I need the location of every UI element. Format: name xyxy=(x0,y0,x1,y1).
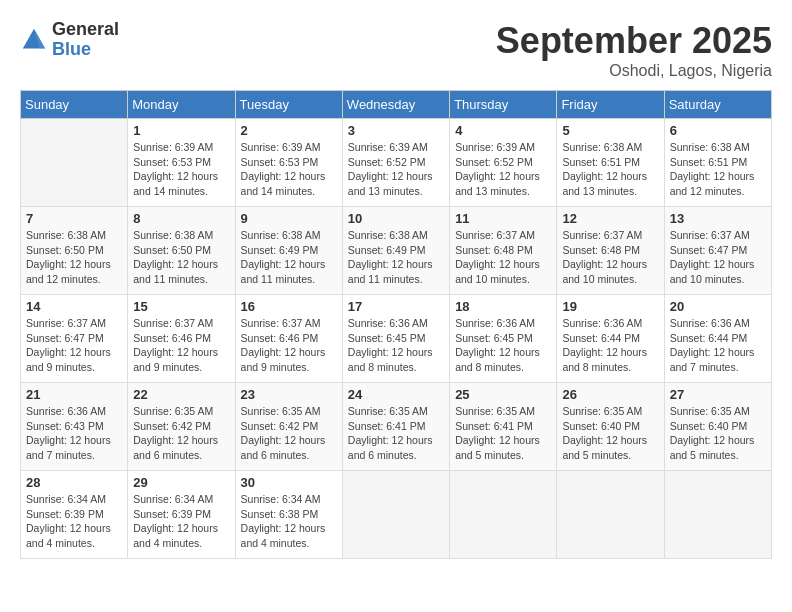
day-info: Sunrise: 6:35 AMSunset: 6:41 PMDaylight:… xyxy=(348,404,444,463)
calendar-cell: 5Sunrise: 6:38 AMSunset: 6:51 PMDaylight… xyxy=(557,119,664,207)
day-number: 3 xyxy=(348,123,444,138)
day-info: Sunrise: 6:37 AMSunset: 6:46 PMDaylight:… xyxy=(241,316,337,375)
day-info: Sunrise: 6:36 AMSunset: 6:44 PMDaylight:… xyxy=(670,316,766,375)
calendar-cell: 30Sunrise: 6:34 AMSunset: 6:38 PMDayligh… xyxy=(235,471,342,559)
calendar-week-row: 1Sunrise: 6:39 AMSunset: 6:53 PMDaylight… xyxy=(21,119,772,207)
day-number: 10 xyxy=(348,211,444,226)
day-number: 28 xyxy=(26,475,122,490)
calendar-cell: 29Sunrise: 6:34 AMSunset: 6:39 PMDayligh… xyxy=(128,471,235,559)
day-info: Sunrise: 6:38 AMSunset: 6:51 PMDaylight:… xyxy=(670,140,766,199)
day-info: Sunrise: 6:35 AMSunset: 6:40 PMDaylight:… xyxy=(562,404,658,463)
calendar-cell xyxy=(557,471,664,559)
calendar-cell: 3Sunrise: 6:39 AMSunset: 6:52 PMDaylight… xyxy=(342,119,449,207)
day-info: Sunrise: 6:38 AMSunset: 6:50 PMDaylight:… xyxy=(26,228,122,287)
calendar-cell: 4Sunrise: 6:39 AMSunset: 6:52 PMDaylight… xyxy=(450,119,557,207)
page-header: General Blue September 2025 Oshodi, Lago… xyxy=(20,20,772,80)
day-of-week-header: Saturday xyxy=(664,91,771,119)
day-of-week-header: Thursday xyxy=(450,91,557,119)
day-info: Sunrise: 6:37 AMSunset: 6:46 PMDaylight:… xyxy=(133,316,229,375)
calendar-week-row: 21Sunrise: 6:36 AMSunset: 6:43 PMDayligh… xyxy=(21,383,772,471)
calendar-cell: 10Sunrise: 6:38 AMSunset: 6:49 PMDayligh… xyxy=(342,207,449,295)
calendar-cell: 17Sunrise: 6:36 AMSunset: 6:45 PMDayligh… xyxy=(342,295,449,383)
day-number: 23 xyxy=(241,387,337,402)
day-number: 27 xyxy=(670,387,766,402)
logo-text: General Blue xyxy=(52,20,119,60)
calendar-cell: 9Sunrise: 6:38 AMSunset: 6:49 PMDaylight… xyxy=(235,207,342,295)
calendar-cell: 13Sunrise: 6:37 AMSunset: 6:47 PMDayligh… xyxy=(664,207,771,295)
day-info: Sunrise: 6:37 AMSunset: 6:47 PMDaylight:… xyxy=(670,228,766,287)
day-info: Sunrise: 6:37 AMSunset: 6:48 PMDaylight:… xyxy=(455,228,551,287)
day-number: 29 xyxy=(133,475,229,490)
day-of-week-header: Tuesday xyxy=(235,91,342,119)
calendar-cell: 27Sunrise: 6:35 AMSunset: 6:40 PMDayligh… xyxy=(664,383,771,471)
calendar-cell: 20Sunrise: 6:36 AMSunset: 6:44 PMDayligh… xyxy=(664,295,771,383)
day-info: Sunrise: 6:38 AMSunset: 6:49 PMDaylight:… xyxy=(241,228,337,287)
day-number: 12 xyxy=(562,211,658,226)
day-info: Sunrise: 6:39 AMSunset: 6:52 PMDaylight:… xyxy=(455,140,551,199)
calendar-cell: 12Sunrise: 6:37 AMSunset: 6:48 PMDayligh… xyxy=(557,207,664,295)
day-of-week-header: Friday xyxy=(557,91,664,119)
day-info: Sunrise: 6:34 AMSunset: 6:39 PMDaylight:… xyxy=(133,492,229,551)
day-number: 6 xyxy=(670,123,766,138)
day-info: Sunrise: 6:36 AMSunset: 6:43 PMDaylight:… xyxy=(26,404,122,463)
day-info: Sunrise: 6:34 AMSunset: 6:38 PMDaylight:… xyxy=(241,492,337,551)
day-number: 18 xyxy=(455,299,551,314)
day-of-week-header: Wednesday xyxy=(342,91,449,119)
day-number: 11 xyxy=(455,211,551,226)
day-number: 14 xyxy=(26,299,122,314)
month-title: September 2025 xyxy=(496,20,772,62)
day-number: 20 xyxy=(670,299,766,314)
calendar-header: SundayMondayTuesdayWednesdayThursdayFrid… xyxy=(21,91,772,119)
day-info: Sunrise: 6:39 AMSunset: 6:53 PMDaylight:… xyxy=(133,140,229,199)
title-block: September 2025 Oshodi, Lagos, Nigeria xyxy=(496,20,772,80)
day-info: Sunrise: 6:36 AMSunset: 6:45 PMDaylight:… xyxy=(348,316,444,375)
day-info: Sunrise: 6:35 AMSunset: 6:42 PMDaylight:… xyxy=(133,404,229,463)
calendar-cell: 16Sunrise: 6:37 AMSunset: 6:46 PMDayligh… xyxy=(235,295,342,383)
calendar-body: 1Sunrise: 6:39 AMSunset: 6:53 PMDaylight… xyxy=(21,119,772,559)
calendar-cell xyxy=(21,119,128,207)
location: Oshodi, Lagos, Nigeria xyxy=(496,62,772,80)
calendar-cell: 18Sunrise: 6:36 AMSunset: 6:45 PMDayligh… xyxy=(450,295,557,383)
logo-general-text: General xyxy=(52,20,119,40)
day-info: Sunrise: 6:35 AMSunset: 6:40 PMDaylight:… xyxy=(670,404,766,463)
calendar-cell: 7Sunrise: 6:38 AMSunset: 6:50 PMDaylight… xyxy=(21,207,128,295)
calendar-cell: 6Sunrise: 6:38 AMSunset: 6:51 PMDaylight… xyxy=(664,119,771,207)
day-number: 15 xyxy=(133,299,229,314)
day-number: 21 xyxy=(26,387,122,402)
day-number: 16 xyxy=(241,299,337,314)
day-info: Sunrise: 6:38 AMSunset: 6:50 PMDaylight:… xyxy=(133,228,229,287)
calendar-cell: 23Sunrise: 6:35 AMSunset: 6:42 PMDayligh… xyxy=(235,383,342,471)
day-number: 24 xyxy=(348,387,444,402)
day-number: 1 xyxy=(133,123,229,138)
day-info: Sunrise: 6:34 AMSunset: 6:39 PMDaylight:… xyxy=(26,492,122,551)
day-info: Sunrise: 6:39 AMSunset: 6:52 PMDaylight:… xyxy=(348,140,444,199)
day-of-week-header: Sunday xyxy=(21,91,128,119)
day-info: Sunrise: 6:36 AMSunset: 6:45 PMDaylight:… xyxy=(455,316,551,375)
day-number: 8 xyxy=(133,211,229,226)
day-number: 25 xyxy=(455,387,551,402)
calendar-week-row: 7Sunrise: 6:38 AMSunset: 6:50 PMDaylight… xyxy=(21,207,772,295)
day-info: Sunrise: 6:35 AMSunset: 6:42 PMDaylight:… xyxy=(241,404,337,463)
day-number: 19 xyxy=(562,299,658,314)
day-number: 2 xyxy=(241,123,337,138)
day-info: Sunrise: 6:37 AMSunset: 6:47 PMDaylight:… xyxy=(26,316,122,375)
calendar-table: SundayMondayTuesdayWednesdayThursdayFrid… xyxy=(20,90,772,559)
day-info: Sunrise: 6:37 AMSunset: 6:48 PMDaylight:… xyxy=(562,228,658,287)
logo-blue-text: Blue xyxy=(52,40,119,60)
logo: General Blue xyxy=(20,20,119,60)
day-of-week-header: Monday xyxy=(128,91,235,119)
calendar-cell: 11Sunrise: 6:37 AMSunset: 6:48 PMDayligh… xyxy=(450,207,557,295)
calendar-cell: 14Sunrise: 6:37 AMSunset: 6:47 PMDayligh… xyxy=(21,295,128,383)
day-info: Sunrise: 6:38 AMSunset: 6:51 PMDaylight:… xyxy=(562,140,658,199)
calendar-cell: 1Sunrise: 6:39 AMSunset: 6:53 PMDaylight… xyxy=(128,119,235,207)
calendar-cell xyxy=(664,471,771,559)
calendar-cell: 21Sunrise: 6:36 AMSunset: 6:43 PMDayligh… xyxy=(21,383,128,471)
calendar-cell: 19Sunrise: 6:36 AMSunset: 6:44 PMDayligh… xyxy=(557,295,664,383)
calendar-cell: 28Sunrise: 6:34 AMSunset: 6:39 PMDayligh… xyxy=(21,471,128,559)
calendar-cell: 25Sunrise: 6:35 AMSunset: 6:41 PMDayligh… xyxy=(450,383,557,471)
calendar-cell xyxy=(450,471,557,559)
day-number: 30 xyxy=(241,475,337,490)
calendar-week-row: 28Sunrise: 6:34 AMSunset: 6:39 PMDayligh… xyxy=(21,471,772,559)
calendar-cell: 26Sunrise: 6:35 AMSunset: 6:40 PMDayligh… xyxy=(557,383,664,471)
day-number: 22 xyxy=(133,387,229,402)
